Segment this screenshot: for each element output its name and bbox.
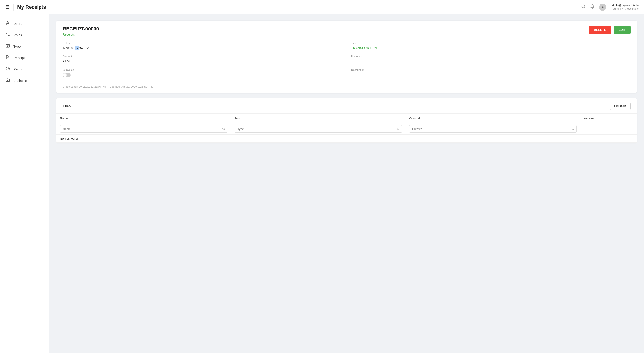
sidebar-item-report[interactable]: Report (0, 64, 49, 75)
amount-field: Amount 91.58 (62, 55, 342, 63)
business-field: Business (351, 55, 630, 63)
business-label: Business (351, 55, 630, 58)
table-header-row: Name Type Created Actions (56, 114, 637, 124)
user-email: admin@myreceipts.io (611, 7, 639, 10)
amount-value: 91.58 (62, 60, 342, 63)
avatar: A (599, 4, 606, 11)
created-filter-input[interactable] (409, 125, 577, 133)
table-filter-row (56, 124, 637, 135)
receipt-body: Dates 1/20/20, 12:52 PM Type TRANSPORT-T… (56, 40, 637, 82)
sidebar-item-business[interactable]: Business (0, 75, 49, 86)
sidebar: Users Roles Type Receipts Report (0, 14, 49, 353)
created-filter-wrap (409, 125, 577, 133)
upload-button[interactable]: UPLOAD (610, 103, 630, 110)
sidebar-label-users: Users (14, 22, 22, 26)
created-text: Created: Jan 20, 2020, 12:21:04 PM (62, 85, 106, 88)
main-content: RECEIPT-00000 Receipts DELETE EDIT Dates… (49, 14, 644, 353)
receipt-footer: Created: Jan 20, 2020, 12:21:04 PM Updat… (56, 82, 637, 93)
col-type: Type (231, 114, 406, 124)
date-highlight: 12 (75, 46, 80, 50)
sidebar-item-receipts[interactable]: Receipts (0, 52, 49, 64)
files-card: Files UPLOAD Name Type (56, 98, 637, 143)
no-files-row: No files found (56, 135, 637, 143)
layout: Users Roles Type Receipts Report (0, 14, 644, 353)
filter-created-cell (406, 124, 580, 135)
updated-text: Updated: Jan 20, 2020, 12:53:04 PM (110, 85, 154, 88)
filter-type-cell (231, 124, 406, 135)
receipts-icon (5, 55, 10, 60)
receipts-breadcrumb[interactable]: Receipts (62, 33, 99, 36)
receipt-id: RECEIPT-00000 (62, 26, 99, 32)
user-info: admin@myreceipts.io admin@myreceipts.io (611, 4, 639, 10)
type-filter-input[interactable] (234, 125, 402, 133)
is-invoice-toggle[interactable] (62, 73, 71, 77)
files-table-wrap: Name Type Created Actions (56, 114, 637, 143)
bell-icon[interactable] (590, 4, 594, 10)
menu-icon[interactable]: ☰ (5, 4, 10, 10)
sidebar-label-business: Business (14, 79, 27, 83)
header-actions: A admin@myreceipts.io admin@myreceipts.i… (581, 4, 639, 11)
amount-label: Amount (62, 55, 342, 58)
type-value[interactable]: TRANSPORT-TYPE (351, 46, 630, 50)
delete-button[interactable]: DELETE (589, 26, 611, 34)
receipt-header: RECEIPT-00000 Receipts DELETE EDIT (56, 21, 637, 40)
sidebar-label-type: Type (14, 45, 21, 48)
type-label: Type (351, 42, 630, 45)
dates-value: 1/20/20, 12:52 PM (62, 46, 342, 50)
is-invoice-label: Is Invoice (62, 69, 342, 72)
files-table: Name Type Created Actions (56, 114, 637, 143)
col-name: Name (56, 114, 231, 124)
user-name: admin@myreceipts.io (611, 4, 639, 7)
description-field: Description (351, 69, 630, 77)
type-field: Type TRANSPORT-TYPE (351, 42, 630, 50)
name-filter-wrap (60, 125, 228, 133)
files-title: Files (62, 104, 71, 108)
svg-point-3 (7, 33, 8, 34)
search-icon[interactable] (581, 4, 586, 10)
edit-button[interactable]: EDIT (614, 26, 630, 34)
sidebar-item-roles[interactable]: Roles (0, 29, 49, 41)
receipt-grid: Dates 1/20/20, 12:52 PM Type TRANSPORT-T… (62, 42, 630, 77)
sidebar-item-users[interactable]: Users (0, 18, 49, 29)
receipt-action-buttons: DELETE EDIT (589, 26, 630, 34)
sidebar-item-type[interactable]: Type (0, 41, 49, 52)
filter-name-cell (56, 124, 231, 135)
receipt-title-section: RECEIPT-00000 Receipts (62, 26, 99, 36)
app-title: My Receipts (17, 4, 581, 10)
receipt-card: RECEIPT-00000 Receipts DELETE EDIT Dates… (56, 21, 637, 93)
dates-label: Dates (62, 42, 342, 45)
dates-field: Dates 1/20/20, 12:52 PM (62, 42, 342, 50)
description-label: Description (351, 69, 630, 72)
name-filter-input[interactable] (60, 125, 228, 133)
sidebar-label-report: Report (14, 67, 24, 71)
header: ☰ My Receipts A admin@myreceipts.io admi… (0, 0, 644, 14)
col-actions: Actions (580, 114, 637, 124)
is-invoice-field: Is Invoice (62, 69, 342, 77)
sidebar-label-receipts: Receipts (14, 56, 26, 60)
roles-icon (5, 33, 10, 38)
col-created: Created (406, 114, 580, 124)
business-icon (5, 78, 10, 83)
filter-actions-cell (580, 124, 637, 135)
svg-point-2 (7, 22, 8, 23)
svg-line-1 (584, 8, 585, 8)
files-header: Files UPLOAD (56, 98, 637, 114)
type-filter-wrap (234, 125, 402, 133)
no-files-text: No files found (56, 135, 637, 143)
users-icon (5, 21, 10, 26)
header-divider (14, 4, 14, 11)
report-icon (5, 67, 10, 72)
type-icon (5, 44, 10, 49)
sidebar-label-roles: Roles (14, 33, 22, 37)
